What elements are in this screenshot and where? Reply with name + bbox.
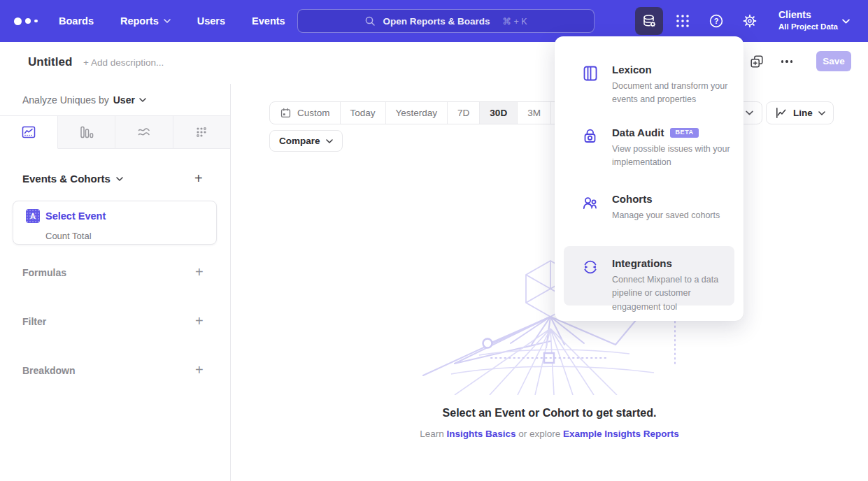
more-options-button[interactable] — [777, 53, 797, 70]
empty-state-subtitle: Learn Insights Basics or explore Example… — [231, 429, 868, 439]
lexicon-icon — [581, 64, 599, 82]
analyze-uniques-selector[interactable]: Analyze Uniques by User — [22, 94, 146, 106]
event-letter-badge: A — [26, 209, 40, 223]
data-audit-title: Data Audit — [612, 126, 664, 139]
compare-label: Compare — [279, 136, 320, 146]
range-30d[interactable]: 30D — [480, 102, 518, 124]
mixpanel-logo-icon[interactable] — [14, 0, 38, 42]
stacked-flow-tab-icon — [136, 124, 152, 140]
chevron-down-icon — [842, 19, 850, 24]
global-search-button[interactable]: Open Reports & Boards ⌘ + K — [297, 9, 595, 33]
menu-item-lexicon[interactable]: Lexicon Document and transform your even… — [581, 63, 732, 107]
add-filter-button[interactable]: + — [195, 315, 204, 326]
range-today-label: Today — [350, 108, 376, 118]
add-event-button[interactable]: + — [194, 173, 203, 184]
add-formula-button[interactable]: + — [195, 266, 204, 278]
bar-chart-tab-icon — [78, 124, 94, 140]
project-scope: All Project Data — [778, 22, 838, 32]
add-description-field[interactable]: + Add description... — [83, 57, 164, 68]
events-cohorts-label: Events & Cohorts — [22, 173, 111, 185]
main-nav: Boards Reports Users Events — [59, 0, 285, 42]
search-placeholder: Open Reports & Boards — [383, 16, 490, 27]
add-breakdown-button[interactable]: + — [195, 364, 204, 375]
range-yesterday[interactable]: Yesterday — [386, 102, 448, 124]
analyze-value: User — [113, 94, 135, 106]
apps-grid-button[interactable] — [673, 11, 692, 31]
settings-button[interactable] — [740, 11, 760, 31]
select-event-label[interactable]: Select Event — [45, 210, 106, 222]
nav-boards-label: Boards — [59, 15, 94, 27]
duplicate-button[interactable] — [748, 53, 765, 70]
chart-type-label: Line — [793, 108, 813, 118]
range-yesterday-label: Yesterday — [396, 108, 438, 118]
chevron-down-icon — [746, 110, 753, 115]
beta-badge: BETA — [670, 128, 698, 138]
project-name: Clients — [778, 8, 838, 22]
range-custom[interactable]: Custom — [270, 102, 341, 124]
empty-prefix: Learn — [420, 429, 444, 439]
empty-state-title: Select an Event or Cohort to get started… — [231, 407, 868, 419]
menu-item-data-audit[interactable]: Data Audit BETA View possible issues wit… — [581, 126, 732, 170]
data-management-menu: Lexicon Document and transform your even… — [555, 36, 744, 321]
cohorts-description: Manage your saved cohorts — [612, 209, 720, 222]
chevron-down-icon — [326, 139, 333, 143]
nav-boards[interactable]: Boards — [59, 15, 94, 27]
insights-report-page: Boards Reports Users Events Open Reports… — [0, 0, 868, 481]
help-button[interactable]: ? — [706, 11, 726, 31]
data-management-button[interactable] — [635, 7, 663, 35]
range-custom-label: Custom — [297, 108, 330, 118]
line-chart-tab-icon — [21, 124, 36, 140]
gear-icon — [741, 13, 758, 29]
range-7d[interactable]: 7D — [448, 102, 480, 124]
nav-events[interactable]: Events — [252, 15, 285, 27]
report-title[interactable]: Untitled — [28, 55, 72, 69]
chevron-down-icon — [139, 98, 146, 102]
search-icon — [364, 15, 376, 27]
count-total-selector[interactable]: Count Total — [45, 231, 92, 241]
lexicon-description: Document and transform your events and p… — [612, 80, 732, 107]
tab-stacked-chart[interactable] — [115, 116, 173, 149]
tab-metrics-grid[interactable] — [173, 116, 231, 149]
query-sidebar: Analyze Uniques by User — [0, 84, 231, 481]
data-audit-description: View possible issues with your implement… — [612, 143, 732, 170]
integrations-icon — [581, 258, 599, 276]
example-reports-link[interactable]: Example Insights Reports — [563, 429, 679, 439]
event-card[interactable]: A Select Event Count Total — [13, 201, 217, 245]
help-icon: ? — [708, 13, 725, 29]
tab-bar-chart[interactable] — [58, 116, 116, 149]
data-audit-icon — [581, 127, 599, 145]
save-button[interactable]: Save — [816, 51, 851, 71]
svg-text:?: ? — [714, 17, 719, 25]
range-today[interactable]: Today — [341, 102, 386, 124]
chevron-down-icon — [116, 177, 123, 181]
chevron-down-icon — [818, 111, 825, 115]
chevron-down-icon — [164, 19, 171, 23]
nav-users[interactable]: Users — [197, 15, 225, 27]
analyze-label: Analyze Uniques by — [22, 94, 109, 106]
cohorts-icon — [581, 194, 599, 212]
nav-events-label: Events — [252, 15, 285, 27]
breakdown-section-label: Breakdown — [22, 365, 75, 376]
range-3m-label: 3M — [527, 108, 541, 118]
calendar-icon — [280, 107, 292, 119]
tab-insights-line[interactable] — [0, 116, 58, 149]
cohorts-title: Cohorts — [612, 192, 653, 206]
compare-button[interactable]: Compare — [269, 130, 343, 152]
empty-middle: or explore — [518, 429, 560, 439]
filter-section-label: Filter — [22, 316, 46, 327]
nav-reports-label: Reports — [120, 15, 159, 27]
menu-item-integrations[interactable]: Integrations Connect Mixpanel to a data … — [564, 246, 734, 306]
range-7d-label: 7D — [457, 108, 469, 118]
range-3m[interactable]: 3M — [518, 102, 551, 124]
lexicon-title: Lexicon — [612, 63, 652, 76]
integrations-title: Integrations — [612, 257, 672, 270]
search-shortcut: ⌘ + K — [502, 16, 527, 27]
chart-type-tabs — [0, 115, 230, 149]
project-selector[interactable]: Clients All Project Data — [778, 8, 838, 32]
nav-reports[interactable]: Reports — [120, 15, 171, 27]
insights-basics-link[interactable]: Insights Basics — [446, 429, 515, 439]
top-navbar: Boards Reports Users Events Open Reports… — [0, 0, 868, 42]
chart-type-button[interactable]: Line — [766, 101, 834, 124]
menu-item-cohorts[interactable]: Cohorts Manage your saved cohorts — [581, 192, 732, 222]
events-cohorts-header[interactable]: Events & Cohorts — [22, 173, 123, 185]
